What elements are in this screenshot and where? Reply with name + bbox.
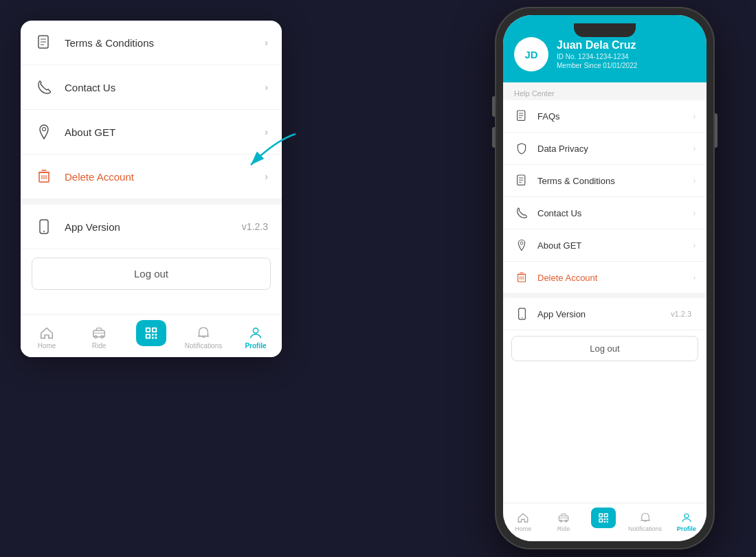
app-version-label: App Version (65, 221, 242, 233)
phone-icon (34, 78, 54, 97)
svg-rect-19 (153, 329, 156, 332)
p-menu-item-faqs[interactable]: FAQs › (503, 100, 707, 133)
app-version-value: v1.2.3 (242, 221, 268, 232)
svg-rect-24 (152, 337, 154, 339)
side-button-power (715, 113, 718, 148)
p-menu-item-about[interactable]: About GET › (503, 229, 707, 262)
chevron-icon: › (265, 82, 268, 93)
svg-rect-57 (604, 521, 605, 523)
phone-scroll: Help Center FAQs › (503, 82, 707, 503)
terms-label: Terms & Conditions (65, 37, 265, 49)
document-icon (514, 109, 529, 124)
contact-label: Contact Us (65, 82, 265, 93)
trash-icon (514, 270, 529, 285)
terms-label: Terms & Conditions (537, 176, 693, 186)
about-label: About GET (537, 240, 693, 251)
divider (21, 199, 282, 205)
chevron-icon: › (693, 177, 696, 185)
delete-label: Delete Account (65, 171, 265, 183)
nav-item-notifications[interactable]: Notifications (185, 326, 223, 350)
svg-point-37 (520, 242, 523, 245)
nav-home-label: Home (38, 342, 56, 350)
phone-icon (514, 205, 529, 220)
p-logout-button[interactable]: Log out (511, 336, 698, 361)
user-info: Juan Dela Cruz ID No. 1234-1234-1234 Mem… (557, 39, 696, 69)
p-nav-profile[interactable]: Profile (671, 512, 702, 532)
nav-ride-label: Ride (92, 342, 107, 350)
logout-button[interactable]: Log out (32, 258, 271, 290)
svg-rect-25 (155, 337, 157, 339)
document-icon (514, 173, 529, 188)
phone-device-icon (34, 217, 54, 236)
menu-item-delete[interactable]: Delete Account › (21, 155, 282, 199)
nav-item-home[interactable]: Home (28, 326, 66, 350)
svg-rect-21 (147, 335, 150, 338)
p-menu-item-data-privacy[interactable]: Data Privacy › (503, 133, 707, 165)
phone-inner: JD Juan Dela Cruz ID No. 1234-1234-1234 … (503, 15, 707, 541)
app-version-label: App Version (537, 309, 671, 319)
svg-point-45 (521, 317, 522, 319)
p-nav-notifications-label: Notifications (628, 525, 662, 532)
side-button-vol-down (492, 127, 495, 148)
data-privacy-label: Data Privacy (537, 144, 693, 154)
phone-device-icon (514, 306, 529, 321)
svg-rect-58 (607, 521, 608, 523)
user-id: ID No. 1234-1234-1234 (557, 53, 696, 60)
about-label: About GET (65, 126, 265, 138)
avatar: JD (514, 37, 548, 71)
p-nav-notifications[interactable]: Notifications (628, 512, 662, 532)
chevron-icon: › (693, 113, 696, 120)
chevron-icon: › (265, 126, 268, 137)
nav-profile-label: Profile (245, 342, 266, 350)
contact-label: Contact Us (537, 208, 693, 218)
p-nav-profile-label: Profile (677, 525, 696, 532)
nav-notifications-label: Notifications (185, 342, 222, 350)
qr-icon-box (591, 508, 616, 528)
svg-point-12 (43, 231, 45, 232)
bottom-nav: Home Ride (21, 314, 282, 357)
svg-rect-56 (607, 519, 608, 520)
user-member-since: Member Since 01/01/2022 (557, 62, 696, 69)
svg-rect-55 (604, 519, 605, 520)
app-version-row: App Version v1.2.3 (21, 205, 282, 249)
trash-icon (34, 167, 54, 186)
svg-rect-52 (605, 514, 608, 516)
p-nav-home-label: Home (515, 525, 531, 532)
p-nav-ride[interactable]: Ride (548, 512, 579, 532)
location-pin-icon (514, 238, 529, 253)
menu-item-contact[interactable]: Contact Us › (21, 65, 282, 110)
side-button-vol-up (492, 96, 495, 117)
nav-item-ride[interactable]: Ride (80, 326, 118, 350)
nav-item-profile[interactable]: Profile (237, 326, 275, 350)
chevron-icon: › (265, 171, 268, 182)
svg-rect-54 (600, 519, 602, 521)
p-nav-home[interactable]: Home (507, 512, 539, 532)
phone-wrapper: JD Juan Dela Cruz ID No. 1234-1234-1234 … (495, 7, 715, 549)
p-nav-qr-label (603, 530, 604, 536)
svg-point-27 (253, 328, 258, 332)
svg-rect-50 (600, 514, 602, 516)
svg-rect-23 (155, 334, 157, 336)
shield-icon (514, 141, 529, 156)
menu-item-about[interactable]: About GET › (21, 110, 282, 155)
nav-item-qr[interactable] (133, 320, 170, 354)
user-name: Juan Dela Cruz (557, 39, 696, 52)
p-menu-item-contact[interactable]: Contact Us › (503, 197, 707, 229)
chevron-icon: › (693, 209, 696, 217)
delete-label: Delete Account (537, 273, 693, 283)
chevron-icon: › (693, 274, 696, 282)
app-version-value: v1.2.3 (671, 310, 691, 318)
p-nav-ride-label: Ride (557, 525, 570, 532)
chevron-icon: › (693, 145, 696, 152)
svg-rect-22 (152, 334, 154, 336)
p-menu-item-delete[interactable]: Delete Account › (503, 262, 707, 294)
p-menu-item-terms[interactable]: Terms & Conditions › (503, 165, 707, 197)
help-center-label: Help Center (503, 82, 707, 100)
phone-outer: JD Juan Dela Cruz ID No. 1234-1234-1234 … (495, 7, 715, 549)
svg-point-4 (43, 128, 46, 131)
nav-qr-label (151, 348, 153, 354)
p-nav-qr[interactable] (588, 508, 619, 536)
menu-item-terms[interactable]: Terms & Conditions › (21, 21, 282, 65)
phone-bottom-nav: Home Ride (503, 503, 707, 541)
chevron-icon: › (693, 242, 696, 249)
